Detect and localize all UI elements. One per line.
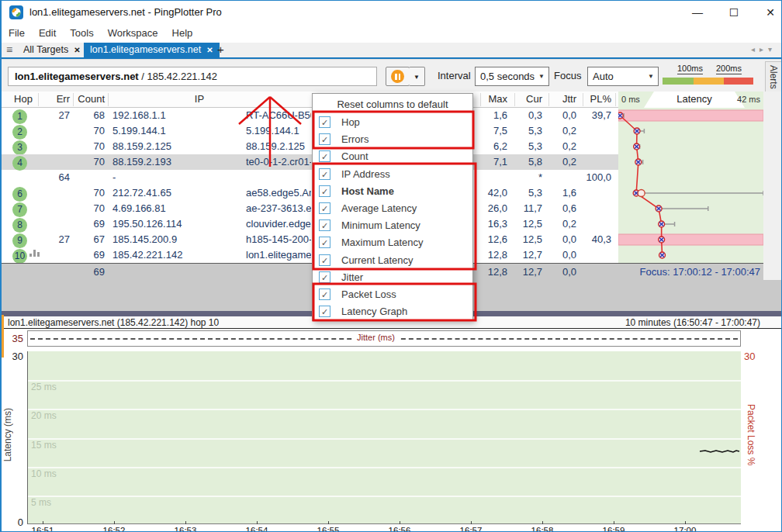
menu-item-label: Packet Loss [341,288,396,300]
column-separator [480,93,481,106]
tab-close-icon[interactable]: ✕ [206,46,213,54]
menu-item-count[interactable]: ✓Count [313,148,472,165]
new-tab-button[interactable]: + [217,43,224,56]
cell-cur: 5,3 [513,187,542,199]
alerts-side-tab[interactable]: Alerts [765,61,782,95]
col-header-cur[interactable]: Cur [513,93,542,105]
gridline-label-20ms: 20 ms [31,410,57,421]
menu-item-maximum-latency[interactable]: ✓Maximum Latency [313,234,472,251]
cell-max: 7,5 [478,125,507,136]
chevron-down-icon: ▼ [538,67,545,85]
pause-button[interactable] [386,67,410,86]
checkbox-checked-icon[interactable]: ✓ [319,116,330,128]
cell-ip: 88.159.2.125 [112,140,240,152]
pause-dropdown-button[interactable]: ▼ [409,67,425,86]
hop-number-badge: 10 [12,249,27,264]
checkbox-checked-icon[interactable]: ✓ [319,306,330,317]
checkbox-checked-icon[interactable]: ✓ [319,288,330,300]
checkbox-checked-icon[interactable]: ✓ [319,185,330,197]
menu-item-packet-loss[interactable]: ✓Packet Loss [313,286,472,303]
col-header-err[interactable]: Err [40,93,70,105]
maximize-button[interactable]: ☐ [722,4,746,21]
table-row-hop-2[interactable]: 2705.199.144.15.199.144.17,55,30,2 [2,123,618,139]
table-row-hop-6[interactable]: 670212.72.41.65ae58.edge5.Am42,05,31,6 [2,185,618,201]
table-row-hop-9[interactable]: 92767185.145.200.9h185-145-200-912,612,5… [2,232,618,247]
col-header-jttr[interactable]: Jttr [547,93,576,105]
menu-item-latency-graph[interactable]: ✓Latency Graph [313,303,472,320]
menu-item-minimum-latency[interactable]: ✓Minimum Latency [313,217,472,234]
cell-max: 12,8 [478,249,507,261]
x-tick [43,521,43,524]
menu-tools[interactable]: Tools [63,24,100,43]
menu-item-hop[interactable]: ✓Hop [313,114,472,131]
cell-max: 12,6 [478,233,507,245]
col-header-hop[interactable]: Hop [9,93,37,105]
cell-hostname: ae58.edge5.Am [246,187,311,199]
latency-scale-max: 42 ms [737,95,760,104]
checkbox-checked-icon[interactable]: ✓ [319,219,330,231]
menu-edit[interactable]: Edit [32,24,63,43]
table-row-hop-4[interactable]: 47088.159.2.193te0-0-1-2.cr01-a7,15,80,2 [2,154,618,170]
table-row-hop-10[interactable]: 1069185.42.221.142lon1.elitegame12,812,7… [2,247,618,263]
column-separator [38,93,39,106]
latency-header-tab: Latency [644,92,745,108]
x-tick [257,521,258,524]
menu-item-average-latency[interactable]: ✓Average Latency [313,200,472,217]
checkbox-checked-icon[interactable]: ✓ [319,271,330,283]
checkbox-checked-icon[interactable]: ✓ [319,254,330,266]
checkbox-checked-icon[interactable]: ✓ [319,168,330,180]
menu-help[interactable]: Help [165,24,200,43]
cell-max: 16,3 [478,218,507,230]
close-button[interactable]: ✕ [759,4,782,21]
cell-cur: 5,8 [513,156,542,168]
cell-hostname: 5.199.144.1 [246,125,311,136]
menu-file[interactable]: File [2,24,32,43]
cell-ip: 4.69.166.81 [112,202,240,214]
menu-item-jitter[interactable]: ✓Jitter [313,269,472,286]
cell-jitter: 0,0 [547,249,576,261]
cell-hostname: RT-AC66U-B50 [246,109,311,121]
minimize-button[interactable]: — [686,4,709,21]
target-address-bar[interactable]: lon1.elitegameservers.net / 185.42.221.1… [8,67,377,86]
tab-target[interactable]: lon1.elitegameservers.net✕ [84,43,220,57]
timeline-plot[interactable]: 25 ms20 ms15 ms10 ms5 ms [27,351,741,524]
interval-select[interactable]: 0,5 seconds▼ [475,67,549,86]
tab-close-icon[interactable]: ✕ [74,46,80,54]
pause-icon [391,70,404,83]
table-row-hop-3[interactable]: 37088.159.2.12588.159.2.1256,25,30,2 [2,139,618,154]
hamburger-icon[interactable]: ≡ [6,43,12,56]
cell-ip: 185.145.200.9 [112,233,240,245]
table-row-hop-5[interactable]: 64-*100,0 [2,170,618,185]
x-tick-label: 16:57 [454,526,488,532]
cell-hostname: te0-0-1-2.cr01-a [246,156,311,168]
menu-item-host-name[interactable]: ✓Host Name [313,183,472,200]
checkbox-checked-icon[interactable]: ✓ [319,133,330,145]
menu-item-label: Latency Graph [341,306,407,317]
tab-all-targets[interactable]: All Targets✕ [17,43,87,57]
cell-hostname: h185-145-200-9 [246,233,311,245]
hop-number-badge: 7 [12,202,27,217]
gridline-label-5ms: 5 ms [31,497,51,508]
table-row-hop-8[interactable]: 869195.50.126.114clouvider.edge16,312,50… [2,216,618,232]
cell-cur: 5,3 [513,140,542,152]
focus-select[interactable]: Auto▼ [587,67,659,86]
col-header-max[interactable]: Max [478,93,507,105]
col-header-ip[interactable]: IP [112,93,286,105]
table-row-hop-7[interactable]: 7704.69.166.81ae-237-3613.ed26,011,70,6 [2,201,618,216]
menu-item-current-latency[interactable]: ✓Current Latency [313,252,472,269]
menu-item-ip-address[interactable]: ✓IP Address [313,166,472,183]
tab-scroll-icons[interactable]: ◂▸▾ [751,45,777,54]
menu-workspace[interactable]: Workspace [101,24,165,43]
menu-item-errors[interactable]: ✓Errors [313,131,472,148]
checkbox-checked-icon[interactable]: ✓ [319,150,330,162]
legend-200ms-label: 200ms [716,64,742,74]
x-tick-label: 16:53 [168,526,202,532]
menu-item-reset-columns[interactable]: Reset columns to default [313,95,472,113]
table-row-hop-1[interactable]: 12768192.168.1.1RT-AC66U-B501,60,30,039,… [2,108,618,123]
col-header-count[interactable]: Count [75,93,105,105]
cell-count: 70 [75,156,105,168]
checkbox-checked-icon[interactable]: ✓ [319,202,330,214]
checkbox-checked-icon[interactable]: ✓ [319,237,330,248]
col-header-pl[interactable]: PL% [580,93,611,105]
gridline-5ms [28,496,741,497]
